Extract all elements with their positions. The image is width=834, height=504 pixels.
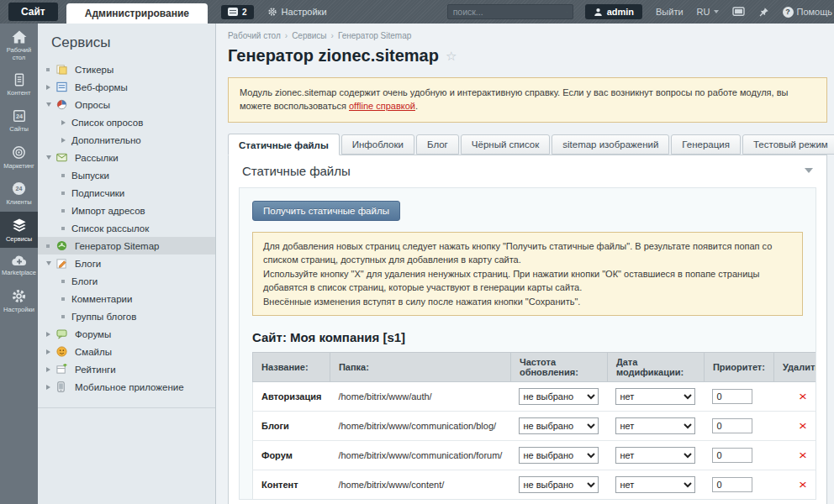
delete-row-icon[interactable]: ×	[799, 479, 807, 491]
logout-link[interactable]: Выйти	[656, 7, 684, 17]
tab-image-sitemap[interactable]: sitemap изображений	[552, 134, 669, 155]
sidebar-item-address-import[interactable]: Импорт адресов	[38, 202, 215, 219]
sidebar-item-forums[interactable]: Форумы	[38, 325, 215, 343]
help-button[interactable]: ? Помощь	[783, 7, 833, 18]
sidebar-item-poll-list[interactable]: Список опросов	[38, 113, 215, 131]
delete-row-icon[interactable]: ×	[799, 420, 807, 433]
col-modified: Дата модификации:	[607, 353, 704, 382]
rail-item-clients[interactable]: 24 Клиенты	[0, 175, 38, 212]
site1-table: Название: Папка: Частота обновления: Дат…	[252, 352, 816, 500]
frequency-select[interactable]: не выбрано	[519, 388, 599, 405]
sidebar-item-sitemap-generator[interactable]: Генератор Sitemap	[38, 237, 215, 255]
notifications-button[interactable]: 2	[221, 5, 254, 19]
rail-item-marketplace[interactable]: Marketplace	[0, 248, 38, 282]
site1-heading: Сайт: Моя компания [s1]	[252, 330, 803, 344]
tab-test-mode[interactable]: Тестовый режим	[742, 134, 834, 155]
sidebar-item-stickers[interactable]: Стикеры	[38, 60, 215, 78]
rail-item-services[interactable]: Сервисы	[0, 212, 38, 249]
rail-item-content[interactable]: Контент	[0, 66, 38, 102]
sidebar-item-poll-extra[interactable]: Дополнительно	[38, 131, 215, 149]
expand-arrow-icon	[46, 367, 56, 372]
user-menu-button[interactable]: admin	[585, 4, 642, 19]
page-title: Генератор zionec.sitemap	[228, 46, 439, 66]
get-static-files-button[interactable]: Получить статичные файлы	[252, 201, 400, 221]
col-delete: Удалить:	[773, 353, 816, 382]
tab-generation[interactable]: Генерация	[671, 134, 741, 155]
delete-row-icon[interactable]: ×	[799, 391, 807, 403]
static-files-section: Получить статичные файлы Для добавления …	[239, 187, 816, 500]
bullet-icon	[46, 244, 56, 248]
sidebar-item-mailing-list[interactable]: Список рассылок	[38, 219, 215, 237]
tab-infoblocks[interactable]: Инфоблоки	[341, 134, 414, 155]
priority-input[interactable]	[712, 389, 752, 404]
sidebar-item-smiles[interactable]: Смайлы	[38, 343, 215, 360]
rail-item-sites[interactable]: 24 Сайты	[0, 102, 38, 139]
sidebar-menu: Сервисы Стикеры Веб-формы Опросы Список …	[38, 24, 216, 504]
site-tab[interactable]: Сайт	[8, 3, 58, 21]
frequency-select[interactable]: не выбрано	[519, 417, 599, 434]
bullet-icon	[61, 297, 71, 301]
main-content: Рабочий стол Сервисы Генератор Sitemap Г…	[216, 24, 834, 504]
topbar: Сайт Администрирование 2 Настройки admin…	[0, 0, 834, 24]
topbar-settings-button[interactable]: Настройки	[267, 7, 327, 17]
search-input[interactable]	[453, 7, 567, 17]
sidebar-item-issues[interactable]: Выпуски	[38, 166, 215, 184]
tab-blacklist[interactable]: Чёрный список	[461, 134, 550, 155]
search-icon[interactable]	[567, 8, 567, 17]
sidebar-item-blogs[interactable]: Блоги	[38, 255, 215, 272]
priority-input[interactable]	[712, 448, 752, 463]
bullet-icon	[46, 68, 56, 71]
modified-select[interactable]: нет	[615, 388, 695, 405]
sitemap-icon	[56, 240, 69, 252]
frequency-select[interactable]: не выбрано	[519, 476, 599, 493]
banner-text: Модуль zionec.sitemap содержит очень удо…	[240, 87, 788, 111]
module-help-banner: Модуль zionec.sitemap содержит очень удо…	[228, 77, 827, 123]
sidebar-item-blogs-list[interactable]: Блоги	[38, 272, 215, 290]
help-icon: ?	[783, 7, 794, 18]
bullet-icon	[61, 192, 71, 195]
sidebar-item-polls[interactable]: Опросы	[38, 96, 215, 113]
col-name: Название:	[253, 353, 330, 382]
pin-interface-button[interactable]	[758, 7, 769, 18]
breadcrumb-desktop[interactable]: Рабочий стол	[228, 31, 288, 40]
expand-arrow-icon	[46, 385, 56, 390]
tab-blog[interactable]: Блог	[416, 134, 459, 155]
rail-item-marketing[interactable]: Маркетинг	[0, 139, 38, 176]
breadcrumb-services[interactable]: Сервисы	[292, 31, 334, 40]
rail-item-settings[interactable]: Настройки	[0, 282, 38, 319]
admin-tab[interactable]: Администрирование	[66, 3, 208, 24]
offline-help-link[interactable]: offline справкой	[349, 101, 415, 111]
col-frequency: Частота обновления:	[510, 353, 607, 382]
language-switcher[interactable]: RU	[697, 7, 719, 17]
menu-divider	[38, 407, 215, 408]
expand-arrow-icon	[46, 85, 56, 90]
priority-input[interactable]	[712, 418, 752, 433]
modified-select[interactable]: нет	[615, 447, 695, 464]
delete-row-icon[interactable]: ×	[799, 449, 807, 462]
sidebar-item-comments[interactable]: Комментарии	[38, 290, 215, 307]
document-icon	[12, 72, 27, 87]
bullet-icon	[61, 227, 71, 230]
modified-select[interactable]: нет	[615, 476, 695, 493]
user-name: admin	[607, 7, 634, 17]
sidebar-item-ratings[interactable]: Рейтинги	[38, 360, 215, 378]
modified-select[interactable]: нет	[615, 417, 695, 434]
priority-input[interactable]	[712, 477, 752, 492]
rail-item-desktop[interactable]: Рабочий стол	[0, 24, 38, 66]
tab-static-files[interactable]: Статичные файлы	[228, 134, 340, 155]
sidebar-item-newsletters[interactable]: Рассылки	[38, 149, 215, 166]
favorite-star-icon[interactable]: ☆	[446, 49, 457, 64]
bullet-icon	[61, 209, 71, 213]
site-view-button[interactable]	[732, 7, 745, 18]
sidebar-item-mobile-app[interactable]: Мобильное приложение	[38, 378, 215, 396]
breadcrumb-sitemap-generator[interactable]: Генератор Sitemap	[338, 31, 411, 40]
frequency-select[interactable]: не выбрано	[519, 447, 599, 464]
icon-rail: Рабочий стол Контент 24 Сайты	[0, 24, 38, 504]
sidebar-item-webforms[interactable]: Веб-формы	[38, 78, 215, 96]
collapse-arrow-icon	[46, 102, 56, 107]
sidebar-item-blog-groups[interactable]: Группы блогов	[38, 307, 215, 325]
collapse-section-icon[interactable]	[805, 168, 813, 173]
home-icon	[11, 29, 28, 45]
sidebar-item-subscribers[interactable]: Подписчики	[38, 184, 215, 202]
chat-bubble-icon	[56, 328, 69, 340]
